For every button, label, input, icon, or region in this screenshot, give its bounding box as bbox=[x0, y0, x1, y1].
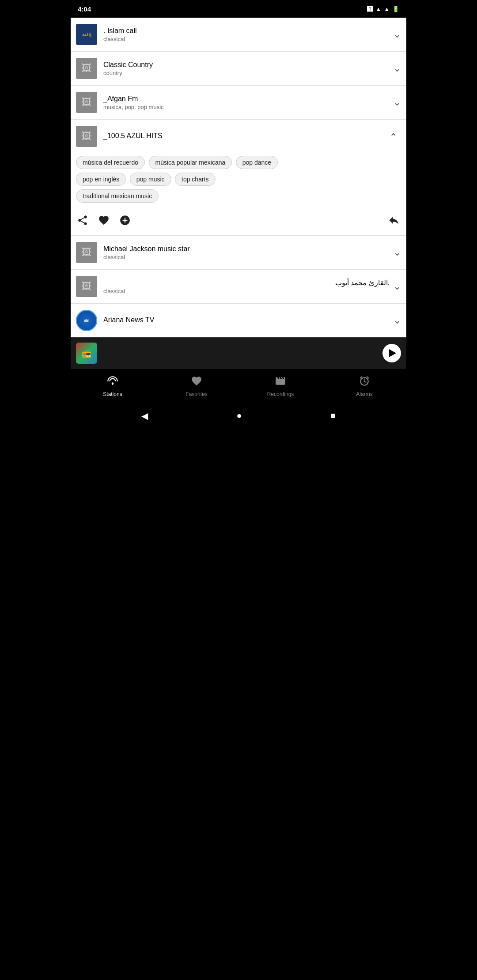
nav-item-favorites[interactable]: Favorites bbox=[155, 369, 238, 403]
chevron-down-icon[interactable]: ⌄ bbox=[390, 63, 401, 74]
station-genre: musica, pop, pop music bbox=[103, 104, 390, 110]
list-item[interactable]: atn Ariana News TV ⌄ bbox=[71, 304, 406, 337]
player-bar: 📻 bbox=[71, 337, 406, 368]
favorites-icon bbox=[191, 375, 202, 389]
status-icons: 🅰 ▲ ▲ 🔋 bbox=[367, 6, 399, 12]
station-genre: classical bbox=[103, 288, 390, 294]
station-name: .القارئ محمد أيوب bbox=[103, 279, 390, 287]
nav-item-recordings[interactable]: Recordings bbox=[238, 369, 322, 403]
station-name: _100.5 AZUL HITS bbox=[103, 132, 390, 140]
status-bar: 4:04 🅰 ▲ ▲ 🔋 bbox=[71, 0, 406, 18]
play-icon bbox=[389, 349, 396, 357]
list-item[interactable]: 🖼 Michael Jackson music star classical ⌄ bbox=[71, 236, 406, 270]
station-thumbnail: إذاعة bbox=[76, 24, 97, 45]
station-logo-icon: إذاعة bbox=[80, 27, 94, 41]
expanded-list-item: 🖼 _100.5 AZUL HITS ⌄ música del recuerdo… bbox=[71, 120, 406, 236]
status-time: 4:04 bbox=[78, 5, 91, 13]
station-info: Ariana News TV bbox=[103, 316, 390, 325]
list-item[interactable]: إذاعة . Islam call classical ⌄ bbox=[71, 18, 406, 52]
station-info: _Afgan Fm musica, pop, pop music bbox=[103, 95, 390, 110]
reply-icon[interactable] bbox=[388, 214, 400, 229]
chevron-down-icon[interactable]: ⌄ bbox=[390, 29, 401, 40]
list-item[interactable]: 🖼 .القارئ محمد أيوب classical ⌄ bbox=[71, 270, 406, 304]
recordings-icon bbox=[275, 375, 286, 389]
radio-icon: 📻 bbox=[82, 348, 91, 358]
android-navigation-bar: ◀ ● ■ bbox=[71, 403, 406, 428]
alarms-label: Alarms bbox=[356, 391, 372, 397]
notification-icon: 🅰 bbox=[367, 6, 373, 12]
chevron-down-icon[interactable]: ⌄ bbox=[390, 247, 401, 258]
image-icon: 🖼 bbox=[82, 281, 91, 292]
station-genre: country bbox=[103, 70, 390, 76]
player-thumbnail: 📻 bbox=[76, 343, 97, 364]
thumbnail-placeholder: 🖼 bbox=[76, 276, 97, 297]
list-item[interactable]: 🖼 _Afgan Fm musica, pop, pop music ⌄ bbox=[71, 86, 406, 120]
thumbnail-placeholder: 🖼 bbox=[76, 126, 97, 147]
station-name: Classic Country bbox=[103, 61, 390, 69]
nav-item-alarms[interactable]: Alarms bbox=[322, 369, 406, 403]
station-thumbnail: 🖼 bbox=[76, 242, 97, 263]
genre-tag[interactable]: traditional mexican music bbox=[76, 189, 159, 203]
expanded-header[interactable]: 🖼 _100.5 AZUL HITS ⌄ bbox=[71, 120, 406, 151]
station-name: . Islam call bbox=[103, 27, 390, 35]
station-info: Michael Jackson music star classical bbox=[103, 245, 390, 260]
image-icon: 🖼 bbox=[82, 63, 91, 74]
image-icon: 🖼 bbox=[82, 247, 91, 258]
player-thumb-image: 📻 bbox=[76, 343, 97, 364]
nav-item-stations[interactable]: Stations bbox=[71, 369, 155, 403]
android-home-button[interactable]: ● bbox=[236, 411, 242, 421]
station-genre: classical bbox=[103, 36, 390, 42]
battery-icon: 🔋 bbox=[392, 6, 399, 12]
ariana-logo: atn bbox=[76, 310, 97, 331]
alarms-icon bbox=[359, 375, 370, 389]
chevron-down-icon[interactable]: ⌄ bbox=[390, 315, 401, 326]
station-genre: classical bbox=[103, 254, 390, 260]
chevron-down-icon[interactable]: ⌄ bbox=[390, 97, 401, 108]
recordings-label: Recordings bbox=[267, 391, 294, 397]
genre-tag[interactable]: pop en inglés bbox=[76, 173, 126, 186]
station-name: _Afgan Fm bbox=[103, 95, 390, 103]
stations-icon bbox=[107, 375, 118, 389]
station-name: Ariana News TV bbox=[103, 316, 390, 324]
chevron-down-icon[interactable]: ⌄ bbox=[390, 281, 401, 292]
svg-text:إذاعة: إذاعة bbox=[82, 32, 91, 38]
favorite-icon[interactable] bbox=[98, 215, 110, 229]
station-info: .القارئ محمد أيوب classical bbox=[103, 279, 390, 294]
station-info: . Islam call classical bbox=[103, 27, 390, 42]
station-info: _100.5 AZUL HITS bbox=[103, 132, 390, 141]
station-thumbnail: 🖼 bbox=[76, 58, 97, 79]
station-thumbnail: 🖼 bbox=[76, 126, 97, 147]
play-button[interactable] bbox=[382, 344, 401, 362]
thumbnail-placeholder: 🖼 bbox=[76, 242, 97, 263]
genre-tag[interactable]: música del recuerdo bbox=[76, 156, 145, 169]
station-thumbnail: atn bbox=[76, 310, 97, 331]
image-icon: 🖼 bbox=[82, 97, 91, 108]
genre-tag[interactable]: pop dance bbox=[236, 156, 278, 169]
station-name: Michael Jackson music star bbox=[103, 245, 390, 253]
thumbnail-placeholder: 🖼 bbox=[76, 58, 97, 79]
bottom-navigation: Stations Favorites Recordings Alarms bbox=[71, 368, 406, 403]
action-icons-group bbox=[77, 215, 131, 229]
share-icon[interactable] bbox=[77, 215, 88, 229]
list-item[interactable]: 🖼 Classic Country country ⌄ bbox=[71, 52, 406, 86]
tags-area: música del recuerdo música popular mexic… bbox=[71, 151, 406, 210]
genre-tag[interactable]: pop music bbox=[130, 173, 171, 186]
genre-tag[interactable]: top charts bbox=[175, 173, 215, 186]
genre-tag[interactable]: música popular mexicana bbox=[149, 156, 232, 169]
svg-point-2 bbox=[112, 382, 114, 384]
alarm-add-icon[interactable] bbox=[119, 215, 131, 229]
android-back-button[interactable]: ◀ bbox=[141, 411, 148, 421]
content-area: إذاعة . Islam call classical ⌄ 🖼 Classic… bbox=[71, 18, 406, 337]
station-thumbnail: 🖼 bbox=[76, 276, 97, 297]
station-thumbnail: 🖼 bbox=[76, 92, 97, 113]
thumbnail-placeholder: 🖼 bbox=[76, 92, 97, 113]
wifi-icon: ▲ bbox=[375, 6, 381, 12]
signal-icon: ▲ bbox=[384, 6, 390, 12]
chevron-up-icon[interactable]: ⌄ bbox=[390, 131, 401, 142]
image-icon: 🖼 bbox=[82, 131, 91, 142]
android-recents-button[interactable]: ■ bbox=[330, 411, 336, 421]
station-info: Classic Country country bbox=[103, 61, 390, 76]
action-bar bbox=[71, 210, 406, 235]
stations-label: Stations bbox=[103, 391, 122, 397]
favorites-label: Favorites bbox=[186, 391, 207, 397]
